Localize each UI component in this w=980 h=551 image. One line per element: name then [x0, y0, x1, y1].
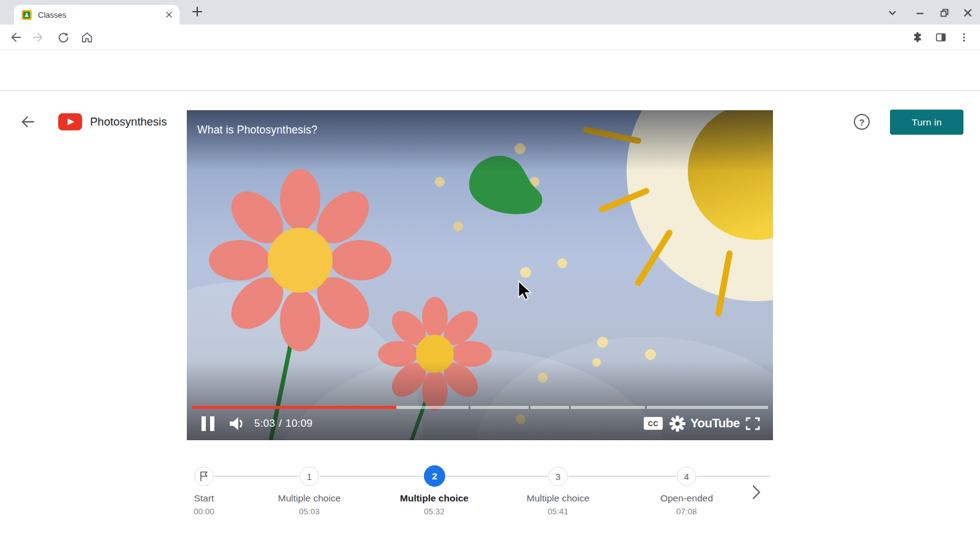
time-separator: /	[279, 418, 282, 430]
back-arrow-icon[interactable]	[20, 114, 36, 132]
window-close-button[interactable]	[957, 5, 978, 21]
pause-button[interactable]	[202, 416, 214, 431]
new-tab-button[interactable]	[187, 4, 208, 20]
tab-title: Classes	[38, 10, 165, 20]
timeline-node-2[interactable]: 2	[424, 465, 445, 487]
video-overlay-title: What is Photosynthesis?	[197, 124, 317, 137]
timeline-node-4[interactable]: 4	[677, 467, 696, 486]
tab-search-chevron-icon[interactable]	[882, 5, 903, 21]
timeline-next-chevron[interactable]	[748, 484, 764, 501]
chapter-marker	[645, 406, 647, 409]
settings-gear-icon[interactable]	[669, 416, 685, 434]
home-icon[interactable]	[80, 30, 94, 45]
browser-toolbar: classroom.google.com	[0, 24, 980, 50]
side-panel-icon[interactable]	[933, 30, 948, 45]
timeline-label-1: Multiple choice 05:03	[242, 493, 377, 516]
flower-large-center	[268, 228, 333, 293]
chapter-marker	[569, 406, 571, 409]
reload-icon[interactable]	[56, 30, 70, 45]
timeline-label-2: Multiple choice 05:32	[367, 493, 502, 516]
extensions-puzzle-icon[interactable]	[910, 30, 925, 45]
browser-tab-strip: Classes	[0, 0, 980, 24]
volume-icon[interactable]	[227, 415, 247, 435]
fullscreen-icon[interactable]	[745, 417, 760, 433]
forward-nav-icon[interactable]	[31, 30, 45, 45]
timeline-node-3[interactable]: 3	[548, 467, 568, 486]
video-player[interactable]: What is Photosynthesis? 5:03 / 10:09 CC	[187, 110, 773, 440]
classroom-player-header: Photosynthesis ? Turn in	[0, 50, 980, 91]
browser-menu-icon[interactable]	[957, 30, 971, 45]
mouse-cursor	[518, 280, 533, 304]
chapter-marker	[529, 406, 530, 409]
classroom-favicon-icon	[21, 10, 32, 20]
chapter-marker	[469, 406, 470, 409]
timeline-node-1[interactable]: 1	[300, 467, 319, 486]
video-progress-bar[interactable]	[192, 406, 768, 409]
captions-button[interactable]: CC	[644, 417, 663, 430]
video-time-display: 5:03 / 10:09	[254, 418, 312, 430]
youtube-wordmark[interactable]: YouTube	[690, 416, 739, 430]
help-icon[interactable]: ?	[854, 114, 870, 130]
video-duration: 10:09	[285, 418, 312, 430]
tab-close-icon[interactable]	[165, 10, 173, 19]
window-restore-button[interactable]	[934, 5, 955, 21]
video-progress-played	[192, 406, 396, 409]
back-nav-icon[interactable]	[9, 30, 23, 45]
timeline-node-start[interactable]	[194, 467, 214, 486]
window-minimize-button[interactable]	[910, 5, 930, 21]
page-title: Photosynthesis	[90, 115, 167, 129]
timeline-label-3: Multiple choice 05:41	[491, 493, 625, 516]
youtube-logo-icon	[58, 113, 82, 133]
browser-tab-classes[interactable]: Classes	[14, 5, 179, 24]
current-time: 5:03	[254, 418, 275, 430]
video-top-gradient	[187, 110, 773, 171]
timeline-label-4: Open-ended 07:08	[619, 493, 754, 516]
turn-in-button[interactable]: Turn in	[890, 110, 963, 135]
flag-icon	[199, 471, 209, 482]
